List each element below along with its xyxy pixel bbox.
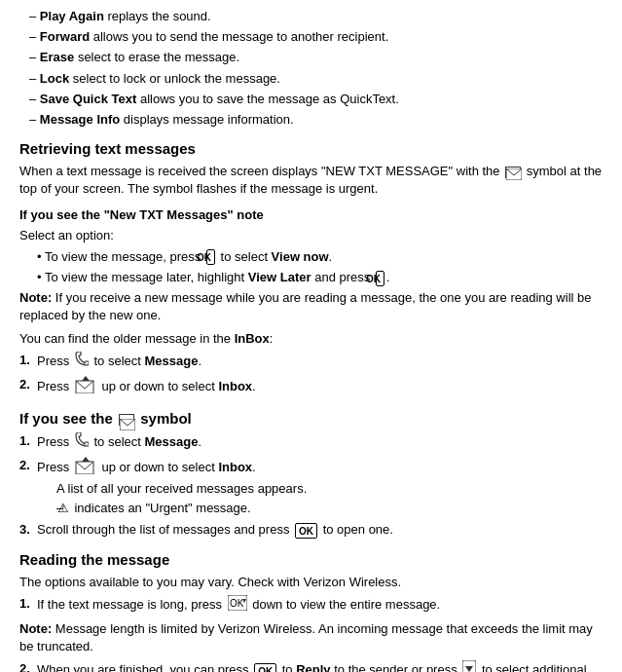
desc-lock: select to lock or unlock the message. xyxy=(69,71,280,86)
initial-bullet-list: Play Again replays the sound. Forward al… xyxy=(19,8,603,129)
term-message-info: Message Info xyxy=(40,112,120,127)
envelope-symbol-heading xyxy=(119,414,134,426)
num-3b: 3. xyxy=(19,521,30,539)
term-play-again: Play Again xyxy=(40,9,104,23)
inbox-label: Inbox xyxy=(218,379,252,393)
list-item: Erase select to erase the message. xyxy=(29,49,603,66)
inbox-bold: InBox xyxy=(235,331,270,346)
ok-button-icon-4: OK xyxy=(254,663,276,672)
envelope-nav-icon-2 xyxy=(75,457,96,479)
note-new-message: Note: If you receive a new message while… xyxy=(19,289,603,324)
if-you-see-numbered: 1. Press to select Message. 2. Press up … xyxy=(19,432,603,539)
desc-erase: select to erase the message. xyxy=(74,50,239,64)
inbox-sub-text: A list of all your received messages app… xyxy=(37,481,307,496)
message-label-1: Message xyxy=(144,354,198,368)
list-item-reading-2: 2. When you are finished, you can press … xyxy=(19,660,603,672)
phone-icon-2 xyxy=(75,432,89,453)
list-item: Play Again replays the sound. xyxy=(29,8,603,25)
if-note-body: Select an option: xyxy=(19,227,603,244)
ok-down-icon: OK xyxy=(228,595,247,616)
svg-marker-2 xyxy=(82,376,90,381)
ok-button-icon: OK xyxy=(206,249,215,265)
if-note-heading: If you see the "New TXT Messages" note xyxy=(19,206,603,224)
inbox-label-2: Inbox xyxy=(218,460,252,474)
desc-message-info: displays message information. xyxy=(120,112,293,127)
reading-intro: The options available to you may vary. C… xyxy=(19,574,603,591)
list-item: 1. Press to select Message. xyxy=(19,432,603,453)
list-item-view-later: To view the message later, highlight Vie… xyxy=(37,269,603,286)
term-forward: Forward xyxy=(40,29,90,44)
reading-heading: Reading the message xyxy=(19,549,603,570)
envelope-icon-inline xyxy=(505,167,521,178)
message-label-2: Message xyxy=(144,434,198,449)
desc-play-again: replays the sound. xyxy=(104,9,211,23)
if-you-see-heading: If you see the symbol xyxy=(19,408,603,429)
list-item: 3. Scroll through the list of messages a… xyxy=(19,521,603,539)
num-r1: 1. xyxy=(19,595,30,613)
term-save-quick-text: Save Quick Text xyxy=(40,92,136,106)
nav-down-icon xyxy=(462,660,476,672)
svg-marker-5 xyxy=(82,457,90,462)
view-now-label: View now xyxy=(272,249,329,264)
desc-forward: allows you to send the message to anothe… xyxy=(90,29,388,44)
svg-text:OK: OK xyxy=(230,598,244,609)
note-label: Note: xyxy=(19,290,52,305)
ok-button-icon-3: OK xyxy=(295,523,317,539)
reading-numbered-2: 2. When you are finished, you can press … xyxy=(19,660,603,672)
term-erase: Erase xyxy=(40,50,74,64)
list-item: Forward allows you to send the message t… xyxy=(29,28,603,46)
envelope-nav-icon xyxy=(75,376,96,398)
urgent-item: ⚠ indicates an "Urgent" message. xyxy=(56,500,603,518)
list-item: Message Info displays message informatio… xyxy=(29,111,603,129)
list-item: 1. Press to select Message. xyxy=(19,352,603,372)
list-item: 2. Press up or down to select Inbox. xyxy=(19,376,603,398)
num-2: 2. xyxy=(19,376,30,393)
note-msg-length: Note: Message length is limited by Veriz… xyxy=(19,620,603,655)
inbox-intro: You can find the older message in the In… xyxy=(19,330,603,348)
list-item-reading-1: 1. If the text message is long, press OK… xyxy=(19,595,603,616)
num-2b: 2. xyxy=(19,457,30,474)
num-1b: 1. xyxy=(19,432,30,450)
view-later-label: View Later xyxy=(248,270,311,284)
list-item: Save Quick Text allows you to save the m… xyxy=(29,91,603,108)
phone-icon xyxy=(75,352,89,372)
reply-label: Reply xyxy=(296,662,330,672)
retrieving-bullet-sub: To view the message, press OK to select … xyxy=(19,248,603,286)
retrieving-numbered: 1. Press to select Message. 2. Press up … xyxy=(19,352,603,398)
num-1: 1. xyxy=(19,352,30,369)
note-label-2: Note: xyxy=(19,621,52,636)
term-lock: Lock xyxy=(40,71,69,86)
page: Play Again replays the sound. Forward al… xyxy=(0,0,622,672)
desc-save-quick-text: allows you to save the message as QuickT… xyxy=(136,92,399,106)
list-item: 2. Press up or down to select Inbox. A l… xyxy=(19,457,603,517)
ok-button-icon-2: OK xyxy=(376,271,384,286)
inbox-dash-sub: ⚠ indicates an "Urgent" message. xyxy=(37,500,603,518)
retrieving-body: When a text message is received the scre… xyxy=(19,163,603,198)
list-item-view-now: To view the message, press OK to select … xyxy=(37,248,603,266)
list-item: Lock select to lock or unlock the messag… xyxy=(29,70,603,88)
retrieving-heading: Retrieving text messages xyxy=(19,138,603,159)
reading-numbered: 1. If the text message is long, press OK… xyxy=(19,595,603,616)
num-r2: 2. xyxy=(19,660,30,672)
